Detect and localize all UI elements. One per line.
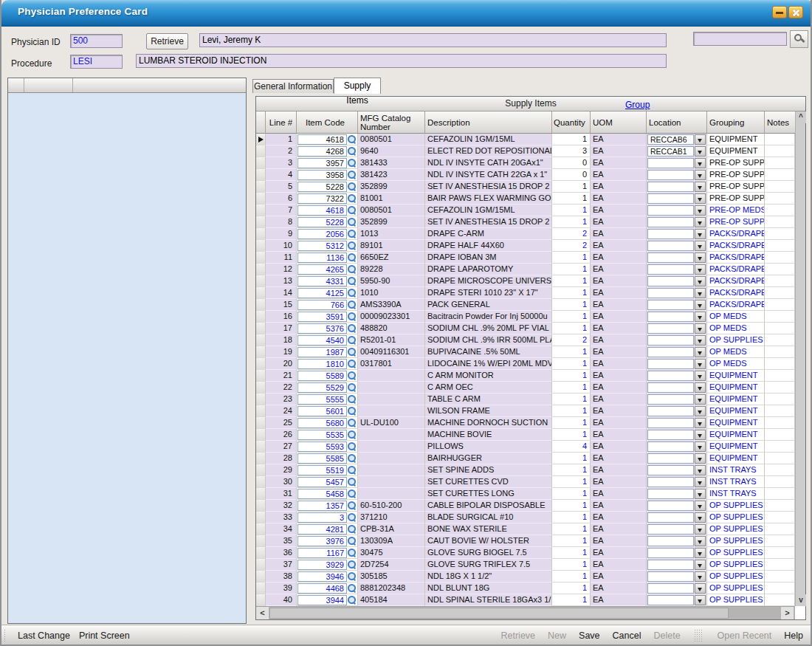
item-lookup-icon[interactable] (348, 549, 357, 557)
location-dropdown-icon[interactable] (695, 430, 706, 440)
location-dropdown-icon[interactable] (695, 347, 706, 357)
row-selector-cell[interactable] (256, 169, 266, 181)
help-button[interactable]: Help (784, 630, 803, 641)
item-lookup-icon[interactable] (348, 572, 357, 581)
item-code-input[interactable]: 5519 (297, 465, 347, 475)
table-row[interactable]: 55228352899SET IV ANESTHESIA 15 DROP 21E… (256, 181, 795, 193)
item-code-input[interactable]: 1357 (297, 501, 347, 511)
item-lookup-icon[interactable] (348, 454, 357, 463)
location-input[interactable] (647, 276, 694, 286)
location-input[interactable] (647, 560, 694, 570)
row-selector-cell[interactable] (256, 134, 266, 145)
location-input[interactable] (647, 193, 694, 204)
location-dropdown-icon[interactable] (695, 536, 706, 546)
row-selector-cell[interactable] (256, 240, 266, 252)
quantity-cell[interactable]: 1 (552, 500, 591, 512)
table-row[interactable]: 746180080501CEFAZOLIN 1GM/15ML1EAPRE-OP … (256, 205, 795, 216)
location-dropdown-icon[interactable] (695, 571, 706, 582)
item-lookup-icon[interactable] (348, 407, 357, 416)
location-input[interactable] (647, 229, 694, 239)
location-dropdown-icon[interactable] (695, 453, 706, 464)
table-row[interactable]: 36116730475GLOVE SURG BIOGEL 7.51EAOP SU… (256, 547, 795, 559)
item-code-input[interactable]: 1167 (297, 548, 347, 558)
location-dropdown-icon[interactable] (695, 441, 706, 452)
item-code-input[interactable]: 5535 (297, 430, 347, 440)
location-input[interactable] (647, 170, 694, 180)
item-lookup-icon[interactable] (348, 171, 357, 179)
quantity-cell[interactable]: 1 (552, 429, 591, 441)
location-dropdown-icon[interactable] (695, 276, 706, 286)
row-selector-cell[interactable] (256, 299, 266, 311)
horizontal-scrollbar[interactable]: < > (256, 606, 795, 619)
location-input[interactable] (647, 477, 694, 487)
location-dropdown-icon[interactable] (695, 394, 706, 405)
row-selector-cell[interactable] (256, 488, 266, 500)
location-dropdown-icon[interactable] (695, 524, 706, 535)
row-selector-cell[interactable] (256, 405, 266, 417)
location-input[interactable] (647, 288, 694, 298)
table-row[interactable]: 1343315950-90DRAPE MICROSCOPE UNIVERSA1E… (256, 275, 795, 287)
table-row[interactable]: 225529C ARM OEC1EAEQUIPMENT (256, 382, 795, 394)
location-dropdown-icon[interactable] (695, 371, 706, 381)
item-code-input[interactable]: 7322 (297, 193, 347, 204)
location-dropdown-icon[interactable] (695, 595, 706, 605)
item-lookup-icon[interactable] (348, 442, 357, 451)
table-row[interactable]: 920561013DRAPE C-ARM2EAPACKS/DRAPE (256, 228, 795, 240)
location-dropdown-icon[interactable] (695, 264, 706, 275)
location-dropdown-icon[interactable] (695, 288, 706, 298)
location-input[interactable] (647, 430, 694, 440)
quantity-cell[interactable]: 1 (552, 523, 591, 535)
tab-general-information[interactable]: General Information (252, 79, 334, 93)
location-input[interactable] (647, 571, 694, 582)
location-dropdown-icon[interactable] (695, 335, 706, 346)
row-selector-cell[interactable] (256, 394, 266, 405)
item-lookup-icon[interactable] (348, 501, 357, 510)
item-code-input[interactable]: 4618 (297, 205, 347, 216)
row-selector-cell[interactable] (256, 594, 266, 606)
scroll-down-icon[interactable]: v (796, 594, 806, 606)
item-code-input[interactable]: 5555 (297, 394, 347, 405)
row-selector-cell[interactable] (256, 275, 266, 287)
row-selector-cell[interactable] (256, 476, 266, 488)
location-dropdown-icon[interactable] (695, 489, 706, 499)
location-dropdown-icon[interactable] (695, 323, 706, 334)
item-code-input[interactable]: 4268 (297, 146, 347, 157)
table-row[interactable]: 12426589228DRAPE LAPAROTOMY1EAPACKS/DRAP… (256, 264, 795, 275)
item-lookup-icon[interactable] (348, 265, 357, 274)
location-input[interactable] (647, 489, 694, 499)
location-dropdown-icon[interactable] (695, 193, 706, 204)
open-recent-button[interactable]: Open Recent (718, 630, 772, 641)
table-row[interactable]: 344281CPB-31ABONE WAX STERILE1EAOP SUPPL… (256, 523, 795, 535)
item-code-input[interactable]: 3944 (297, 595, 347, 605)
quantity-cell[interactable]: 1 (552, 370, 591, 382)
row-selector-cell[interactable] (256, 453, 266, 464)
quantity-cell[interactable]: 1 (552, 299, 591, 311)
item-lookup-icon[interactable] (348, 218, 357, 227)
quantity-cell[interactable]: 1 (552, 252, 591, 264)
item-lookup-icon[interactable] (348, 194, 357, 203)
quantity-cell[interactable]: 1 (552, 394, 591, 405)
quantity-cell[interactable]: 1 (552, 559, 591, 571)
table-row[interactable]: 10531289101DRAPE HALF 44X602EAPACKS/DRAP… (256, 240, 795, 252)
item-code-input[interactable]: 4618 (297, 134, 347, 145)
location-dropdown-icon[interactable] (695, 312, 706, 322)
row-selector-cell[interactable] (256, 323, 266, 334)
row-selector-cell[interactable] (256, 228, 266, 240)
location-input[interactable] (647, 241, 694, 251)
item-lookup-icon[interactable] (348, 147, 357, 156)
quantity-cell[interactable]: 1 (552, 417, 591, 429)
row-selector-cell[interactable] (256, 500, 266, 512)
column-header-item-code[interactable]: Item Code (297, 111, 358, 134)
item-code-input[interactable]: 1810 (297, 359, 347, 369)
row-selector-cell[interactable] (256, 287, 266, 299)
location-input[interactable] (647, 512, 694, 523)
item-code-input[interactable]: 3 (297, 512, 347, 523)
item-code-input[interactable]: 5376 (297, 323, 347, 334)
group-link[interactable]: Group (625, 98, 650, 112)
location-dropdown-icon[interactable] (695, 465, 706, 475)
table-row[interactable]: 305457SET CURETTES CVD1EAINST TRAYS (256, 476, 795, 488)
quantity-cell[interactable]: 1 (552, 358, 591, 370)
location-dropdown-icon[interactable] (695, 359, 706, 369)
item-lookup-icon[interactable] (348, 289, 357, 298)
scroll-right-icon[interactable]: > (781, 607, 794, 619)
